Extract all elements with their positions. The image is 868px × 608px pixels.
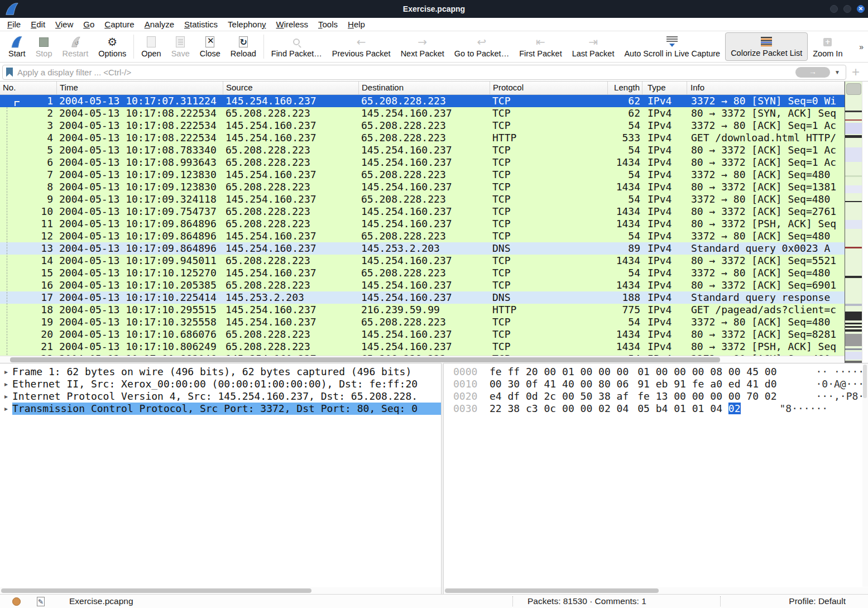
- capture-options-button[interactable]: ⚙ Options: [93, 32, 131, 61]
- scrollbar-thumb[interactable]: [846, 83, 861, 95]
- menu-item[interactable]: Edit: [26, 18, 50, 31]
- packet-row[interactable]: 13 2004-05-13 10:17:09.864896 145.254.16…: [0, 242, 845, 255]
- cell-no: 4: [0, 132, 57, 144]
- column-header-source[interactable]: Source: [223, 82, 359, 94]
- menu-item[interactable]: Help: [343, 18, 370, 31]
- packet-row[interactable]: 1 2004-05-13 10:17:07.311224 145.254.160…: [0, 95, 845, 107]
- cell-destination: 65.208.228.223: [359, 169, 490, 181]
- packet-row[interactable]: 6 2004-05-13 10:17:08.993643 65.208.228.…: [0, 156, 845, 169]
- filter-dropdown-caret-icon[interactable]: ▼: [835, 69, 840, 75]
- cell-source: 65.208.228.223: [223, 218, 359, 230]
- restart-capture-button[interactable]: ↺ Restart: [57, 32, 93, 61]
- minimize-button[interactable]: [830, 5, 838, 13]
- menu-item[interactable]: Go: [78, 18, 99, 31]
- last-packet-button[interactable]: ⇥ Last Packet: [567, 32, 620, 61]
- close-window-button[interactable]: ✕: [857, 5, 865, 13]
- menu-item[interactable]: View: [50, 18, 78, 31]
- hex-horizontal-scrollbar[interactable]: [444, 587, 868, 594]
- capture-comment-icon[interactable]: [37, 597, 45, 606]
- reload-file-button[interactable]: ↻ Reload: [226, 32, 261, 61]
- column-header-no[interactable]: No.: [0, 82, 57, 94]
- expander-arrow-icon[interactable]: ▸: [0, 390, 12, 403]
- packet-row[interactable]: 21 2004-05-13 10:17:10.806249 65.208.228…: [0, 341, 845, 353]
- expander-arrow-icon[interactable]: ▸: [0, 403, 12, 415]
- previous-packet-button[interactable]: ← Previous Packet: [327, 32, 396, 61]
- packet-row[interactable]: 2 2004-05-13 10:17:08.222534 65.208.228.…: [0, 107, 845, 119]
- packet-row[interactable]: 12 2004-05-13 10:17:09.864896 145.254.16…: [0, 230, 845, 242]
- packet-row[interactable]: 19 2004-05-13 10:17:10.325558 145.254.16…: [0, 316, 845, 328]
- next-packet-button[interactable]: → Next Packet: [396, 32, 449, 61]
- column-header-info[interactable]: Info: [687, 82, 845, 94]
- toolbar-overflow-chevron[interactable]: »: [859, 42, 864, 51]
- expander-arrow-icon[interactable]: ▸: [0, 366, 12, 378]
- scrollbar-thumb[interactable]: [1, 588, 311, 593]
- packet-row[interactable]: 9 2004-05-13 10:17:09.324118 145.254.160…: [0, 193, 845, 205]
- menu-item[interactable]: Statistics: [179, 18, 223, 31]
- find-packet-button[interactable]: Find Packet…: [266, 32, 327, 61]
- column-header-type[interactable]: Type: [642, 82, 687, 94]
- packet-row[interactable]: 7 2004-05-13 10:17:09.123830 145.254.160…: [0, 169, 845, 181]
- zoom-in-button[interactable]: + Zoom In: [808, 32, 847, 61]
- hex-row[interactable]: 0030 22 38 c3 0c 00 00 02 04 05 b4 01 01…: [444, 403, 868, 415]
- detail-tcp-row-selected[interactable]: ▸ Transmission Control Protocol, Src Por…: [0, 403, 441, 415]
- maximize-button[interactable]: [843, 5, 851, 13]
- start-capture-button[interactable]: Start: [3, 32, 31, 61]
- menu-item[interactable]: Tools: [313, 18, 343, 31]
- packet-row[interactable]: 17 2004-05-13 10:17:10.225414 145.253.2.…: [0, 291, 845, 304]
- save-file-button[interactable]: Save: [166, 32, 195, 61]
- scrollbar-thumb[interactable]: [445, 588, 659, 593]
- packet-row[interactable]: 5 2004-05-13 10:17:08.783340 65.208.228.…: [0, 144, 845, 156]
- intelligent-scrollbar[interactable]: [845, 82, 862, 363]
- scrollbar-thumb[interactable]: [10, 357, 720, 362]
- expert-info-icon[interactable]: [12, 597, 21, 606]
- menu-item[interactable]: File: [2, 18, 26, 31]
- hex-row[interactable]: 0010 00 30 0f 41 40 00 80 06 91 eb 91 fe…: [444, 378, 868, 390]
- packet-row[interactable]: 4 2004-05-13 10:17:08.222534 145.254.160…: [0, 132, 845, 144]
- hex-row[interactable]: 0020 e4 df 0d 2c 00 50 38 af fe 13 00 00…: [444, 390, 868, 403]
- auto-scroll-button[interactable]: Auto Scroll in Live Capture: [619, 32, 725, 61]
- menu-item[interactable]: Telephony: [223, 18, 271, 31]
- save-icon: [176, 35, 185, 49]
- colorize-packet-list-button[interactable]: Colorize Packet List: [725, 32, 808, 61]
- packet-row[interactable]: 11 2004-05-13 10:17:09.864896 65.208.228…: [0, 218, 845, 230]
- status-profile[interactable]: Profile: Default: [789, 596, 846, 606]
- menu-item[interactable]: Capture: [99, 18, 139, 31]
- column-header-protocol[interactable]: Protocol: [490, 82, 608, 94]
- go-to-packet-button[interactable]: ↩ Go to Packet…: [449, 32, 514, 61]
- cell-protocol: TCP: [490, 193, 608, 205]
- scrollbar-thumb[interactable]: [863, 365, 867, 398]
- display-filter-input[interactable]: [17, 68, 792, 77]
- menu-item[interactable]: Analyze: [140, 18, 179, 31]
- packet-list-horizontal-scrollbar[interactable]: [0, 356, 845, 363]
- stop-capture-button[interactable]: Stop: [31, 32, 57, 61]
- expander-arrow-icon[interactable]: ▸: [0, 378, 12, 390]
- add-filter-button[interactable]: +: [852, 65, 860, 79]
- first-packet-button[interactable]: ⇤ First Packet: [514, 32, 567, 61]
- packet-row[interactable]: 10 2004-05-13 10:17:09.754737 65.208.228…: [0, 205, 845, 218]
- open-file-button[interactable]: Open: [136, 32, 166, 61]
- menu-item[interactable]: Wireless: [271, 18, 314, 31]
- packet-row[interactable]: 16 2004-05-13 10:17:10.205385 65.208.228…: [0, 279, 845, 291]
- display-filter-box[interactable]: → ▼: [2, 65, 846, 80]
- related-packets-line: [7, 107, 7, 355]
- hex-row[interactable]: 0000 fe ff 20 00 01 00 00 00 01 00 00 00…: [444, 366, 868, 378]
- detail-frame-row[interactable]: ▸ Frame 1: 62 bytes on wire (496 bits), …: [0, 366, 441, 378]
- detail-ip-row[interactable]: ▸ Internet Protocol Version 4, Src: 145.…: [0, 390, 441, 403]
- column-header-destination[interactable]: Destination: [359, 82, 490, 94]
- hex-offset: 0000: [453, 366, 481, 378]
- apply-filter-button[interactable]: →: [795, 67, 830, 78]
- column-header-time[interactable]: Time: [57, 82, 223, 94]
- selected-byte[interactable]: 02: [728, 403, 741, 414]
- close-file-button[interactable]: ✕ Close: [195, 32, 226, 61]
- packet-row[interactable]: 14 2004-05-13 10:17:09.945011 65.208.228…: [0, 255, 845, 267]
- column-header-length[interactable]: Length: [608, 82, 642, 94]
- packet-row[interactable]: 15 2004-05-13 10:17:10.125270 145.254.16…: [0, 267, 845, 279]
- packet-row[interactable]: 3 2004-05-13 10:17:08.222534 145.254.160…: [0, 119, 845, 132]
- bookmark-icon[interactable]: [6, 68, 13, 77]
- hex-vertical-scrollbar[interactable]: [862, 363, 868, 587]
- details-horizontal-scrollbar[interactable]: [0, 587, 441, 594]
- packet-row[interactable]: 18 2004-05-13 10:17:10.295515 145.254.16…: [0, 304, 845, 316]
- packet-row[interactable]: 8 2004-05-13 10:17:09.123830 65.208.228.…: [0, 181, 845, 193]
- detail-ethernet-row[interactable]: ▸ Ethernet II, Src: Xerox_00:00:00 (00:0…: [0, 378, 441, 390]
- packet-row[interactable]: 20 2004-05-13 10:17:10.686076 65.208.228…: [0, 328, 845, 341]
